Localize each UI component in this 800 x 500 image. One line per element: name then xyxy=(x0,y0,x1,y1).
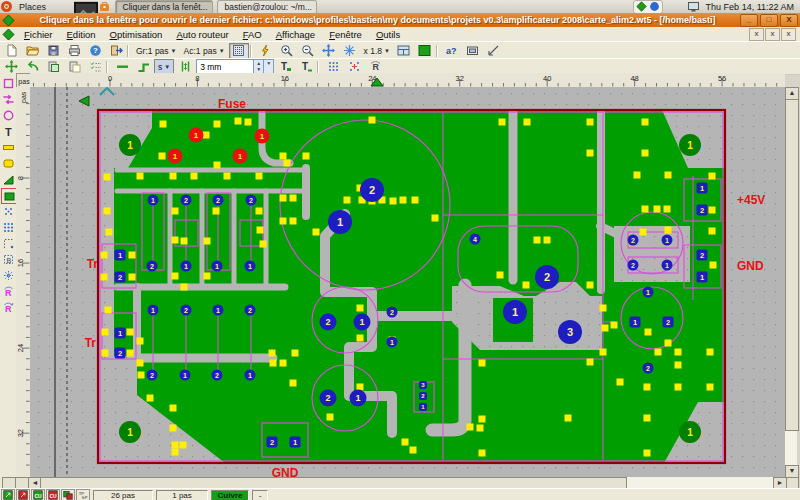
pad[interactable] xyxy=(213,208,220,215)
pad[interactable] xyxy=(479,360,486,367)
pad[interactable] xyxy=(369,117,376,124)
mdi-button-3[interactable]: x xyxy=(781,28,796,41)
component-tool-tool-button[interactable]: B xyxy=(1,252,15,266)
close-button[interactable]: X xyxy=(780,14,798,27)
corner-tool-tool-button[interactable] xyxy=(1,236,15,250)
pad[interactable] xyxy=(587,359,594,366)
mdi-button-1[interactable]: x xyxy=(749,28,764,41)
pad[interactable] xyxy=(270,360,277,367)
pad[interactable] xyxy=(675,349,682,356)
pad[interactable] xyxy=(587,119,594,126)
pad[interactable] xyxy=(477,425,484,432)
pad[interactable] xyxy=(497,272,504,279)
chevron-down-icon[interactable]: ▼ xyxy=(263,60,273,73)
pad[interactable] xyxy=(101,274,108,281)
pad[interactable] xyxy=(357,335,364,342)
tp-sp-layer-button[interactable]: TPSP xyxy=(76,489,90,500)
pad[interactable] xyxy=(479,450,486,457)
pad[interactable] xyxy=(313,229,320,236)
pad[interactable] xyxy=(127,329,134,336)
pad[interactable] xyxy=(357,384,364,391)
pad[interactable] xyxy=(172,449,179,456)
pad[interactable] xyxy=(105,307,112,314)
taskbar-window-1[interactable]: Cliquer dans la fenêt... xyxy=(115,0,213,14)
pad[interactable] xyxy=(602,325,609,332)
rotate-acw-tool-button[interactable]: R xyxy=(1,284,15,298)
pad[interactable] xyxy=(191,173,198,180)
pad[interactable] xyxy=(224,173,231,180)
frame-select-button[interactable] xyxy=(463,43,483,59)
refresh-lightning-button[interactable] xyxy=(256,43,276,59)
title-bar[interactable]: Cliquer dans la fenêtre pour ouvrir le d… xyxy=(0,13,800,27)
pad[interactable] xyxy=(655,349,662,356)
pad[interactable] xyxy=(290,380,297,387)
horizontal-ruler[interactable]: 08162432404856 xyxy=(30,73,785,87)
pad[interactable] xyxy=(645,329,652,336)
pad[interactable] xyxy=(709,207,716,214)
pad[interactable] xyxy=(203,132,210,139)
menu-edition[interactable]: Edition xyxy=(60,29,103,40)
help-button[interactable]: ? xyxy=(85,43,105,59)
flip-tool-tool-button[interactable] xyxy=(1,92,15,106)
pad[interactable] xyxy=(327,414,334,421)
pad[interactable] xyxy=(102,350,109,357)
pcb-canvas[interactable]: 1222211112122121421212112212121213121212… xyxy=(30,87,785,477)
pad[interactable] xyxy=(664,206,671,213)
pad[interactable] xyxy=(172,208,179,215)
pad[interactable] xyxy=(214,162,221,169)
pad[interactable] xyxy=(467,424,474,431)
pad[interactable] xyxy=(280,153,287,160)
pad[interactable] xyxy=(675,384,682,391)
pad[interactable] xyxy=(129,274,136,281)
package-icon[interactable] xyxy=(98,0,111,13)
pad[interactable] xyxy=(642,206,649,213)
pad[interactable] xyxy=(214,121,221,128)
pad[interactable] xyxy=(181,238,188,245)
grid-step-dropdown[interactable]: Gr:1 pas▼ xyxy=(133,44,180,57)
maximize-button[interactable]: □ xyxy=(760,14,778,27)
layer-pair-layer-button[interactable] xyxy=(61,489,75,500)
pad[interactable] xyxy=(284,160,291,167)
minimize-button[interactable]: _ xyxy=(740,14,758,27)
import-export-button[interactable] xyxy=(106,43,126,59)
pad[interactable] xyxy=(137,338,144,345)
pad-round-tool-button[interactable] xyxy=(1,156,15,170)
vertical-scroll-thumb[interactable] xyxy=(785,99,799,431)
color-swatch-button[interactable] xyxy=(415,43,435,59)
pad[interactable] xyxy=(280,218,287,225)
menu-optimisation[interactable]: Optimisation xyxy=(103,29,170,40)
pad[interactable] xyxy=(280,360,287,367)
pad[interactable] xyxy=(290,218,297,225)
pad[interactable] xyxy=(587,150,594,157)
pad[interactable] xyxy=(565,415,572,422)
save-button[interactable] xyxy=(43,43,63,59)
pad[interactable] xyxy=(160,121,167,128)
pad[interactable] xyxy=(269,350,276,357)
pad[interactable] xyxy=(129,252,136,259)
track-width-dropdown[interactable]: s▼ xyxy=(154,59,174,74)
pad[interactable] xyxy=(390,198,397,205)
menu-fichier[interactable]: Fichier xyxy=(17,29,60,40)
pad[interactable] xyxy=(523,282,530,289)
pad[interactable] xyxy=(600,305,607,312)
pad[interactable] xyxy=(499,119,506,126)
pad[interactable] xyxy=(654,206,661,213)
pad[interactable] xyxy=(181,284,188,291)
pad[interactable] xyxy=(104,208,111,215)
pad[interactable] xyxy=(707,384,714,391)
pad[interactable] xyxy=(524,119,531,126)
pad[interactable] xyxy=(644,450,651,457)
mdi-button-2[interactable]: x xyxy=(765,28,780,41)
pad[interactable] xyxy=(245,119,252,126)
pad[interactable] xyxy=(147,395,154,402)
select-rect-tool-button[interactable] xyxy=(1,76,15,90)
pad[interactable] xyxy=(138,372,145,379)
pad[interactable] xyxy=(402,439,409,446)
zone-rect-tool-button[interactable] xyxy=(1,188,17,204)
pad[interactable] xyxy=(640,229,647,236)
new-file-button[interactable] xyxy=(1,43,21,59)
layer-green-layer-button[interactable] xyxy=(1,489,15,500)
pad[interactable] xyxy=(256,173,263,180)
grid-toggle-button[interactable] xyxy=(229,43,249,59)
pad[interactable] xyxy=(634,172,641,179)
